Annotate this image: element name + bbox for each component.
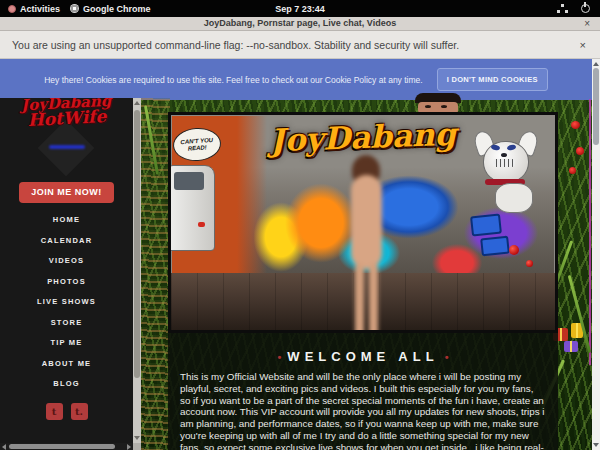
truck-window (174, 172, 204, 190)
twitter-icon[interactable]: t (46, 403, 63, 420)
infobar-close-icon[interactable]: × (580, 40, 586, 50)
cookie-accept-button[interactable]: I DON'T MIND COOKIES (437, 68, 548, 91)
screen: Activities Google Chrome Sep 7 23:44 Joy… (0, 0, 600, 450)
peeking-face-photo (415, 93, 461, 114)
network-indicator[interactable] (557, 0, 568, 17)
welcome-paragraph: This is my Official Website and will be … (180, 371, 546, 450)
bulldog-mouth (493, 159, 515, 167)
logo-sublink[interactable] (49, 145, 85, 149)
window-title: JoyDabang, Pornstar page, Live chat, Vid… (0, 18, 600, 28)
heading-marker-left: • (278, 351, 282, 363)
scroll-right-arrow-icon[interactable] (127, 444, 131, 450)
flower-decoration (571, 121, 580, 129)
sidebar-item-about-me[interactable]: ABOUT ME (0, 354, 133, 375)
sidebar-item-blog[interactable]: BLOG (0, 374, 133, 395)
page-scroll-thumb[interactable] (593, 68, 599, 145)
page-vertical-scrollbar[interactable] (592, 59, 600, 450)
sidebar-item-live-shows[interactable]: LIVE SHOWS (0, 292, 133, 313)
sidebar-item-videos[interactable]: VIDEOS (0, 251, 133, 272)
cookie-message: Hey there! Cookies are required to use t… (44, 75, 422, 85)
infobar-message: You are using an unsupported command-lin… (12, 39, 459, 51)
sidebar-vertical-scroll-thumb[interactable] (134, 110, 140, 378)
figure-body (351, 175, 382, 269)
power-indicator[interactable] (581, 0, 590, 17)
figure-leg (355, 263, 364, 333)
social-links: t t. (0, 403, 133, 420)
heading-marker-right: • (445, 351, 449, 363)
cookie-notice-bar: Hey there! Cookies are required to use t… (0, 59, 592, 100)
hero-image: CAN'T YOU READ! JoyDabang (168, 112, 558, 333)
scroll-up-arrow-icon[interactable] (593, 62, 599, 66)
window-title-bar: JoyDabang, Pornstar page, Live chat, Vid… (0, 17, 600, 31)
mural-dot (509, 245, 519, 255)
truck-taillight (198, 222, 205, 227)
site-logo[interactable]: JoyDabang HotWife (0, 98, 133, 129)
sidebar-item-calendar[interactable]: CALENDAR (0, 231, 133, 252)
sidebar-horizontal-scrollbar[interactable] (0, 443, 133, 450)
bulldog-nose (501, 153, 507, 157)
scroll-up-arrow-icon[interactable] (134, 101, 140, 105)
welcome-section: •WELCOME ALL• This is my Official Websit… (168, 333, 558, 450)
sidebar-item-home[interactable]: HOME (0, 210, 133, 231)
peeking-eye-right (441, 105, 447, 108)
sidebar-vertical-scrollbar[interactable] (133, 98, 141, 443)
scroll-down-arrow-icon[interactable] (134, 436, 140, 440)
tumblr-icon[interactable]: t. (71, 403, 88, 420)
gift-box-purple (564, 341, 578, 352)
sidebar-item-tip-me[interactable]: TIP ME (0, 333, 133, 354)
clock[interactable]: Sep 7 23:44 (0, 0, 600, 17)
welcome-heading: •WELCOME ALL• (168, 349, 558, 364)
power-icon (581, 4, 590, 13)
window-close-icon[interactable]: × (584, 19, 590, 29)
graffiti-letters (470, 213, 502, 236)
mural-dot (526, 260, 533, 267)
model-photo-placeholder (341, 155, 393, 331)
main-content: CAN'T YOU READ! JoyDabang (168, 112, 558, 450)
network-icon (557, 4, 568, 13)
scroll-left-arrow-icon[interactable] (2, 444, 6, 450)
scrollbar-corner (133, 443, 141, 450)
sidebar-item-photos[interactable]: PHOTOS (0, 272, 133, 293)
flower-decoration (576, 147, 584, 155)
figure-leg (369, 263, 378, 333)
sidebar-menu: HOME CALENDAR VIDEOS PHOTOS LIVE SHOWS S… (0, 210, 133, 395)
sandbox-warning-infobar: You are using an unsupported command-lin… (0, 31, 600, 59)
graffiti-letters (480, 236, 510, 257)
gnome-top-bar: Activities Google Chrome Sep 7 23:44 (0, 0, 600, 17)
sidebar-horizontal-scroll-thumb[interactable] (9, 444, 115, 449)
peeking-eye-left (425, 105, 431, 108)
sidebar: JoyDabang HotWife JOIN ME NOW! HOME CALE… (0, 98, 133, 443)
flower-decoration (569, 167, 576, 174)
scroll-down-arrow-icon[interactable] (593, 443, 599, 447)
welcome-heading-text: WELCOME ALL (287, 349, 438, 364)
join-now-button[interactable]: JOIN ME NOW! (19, 182, 114, 203)
sidebar-item-store[interactable]: STORE (0, 313, 133, 334)
background-accent-line (589, 99, 591, 365)
bulldog-body (495, 183, 533, 213)
page-viewport: Hey there! Cookies are required to use t… (0, 59, 600, 450)
truck-graphic (168, 165, 215, 251)
